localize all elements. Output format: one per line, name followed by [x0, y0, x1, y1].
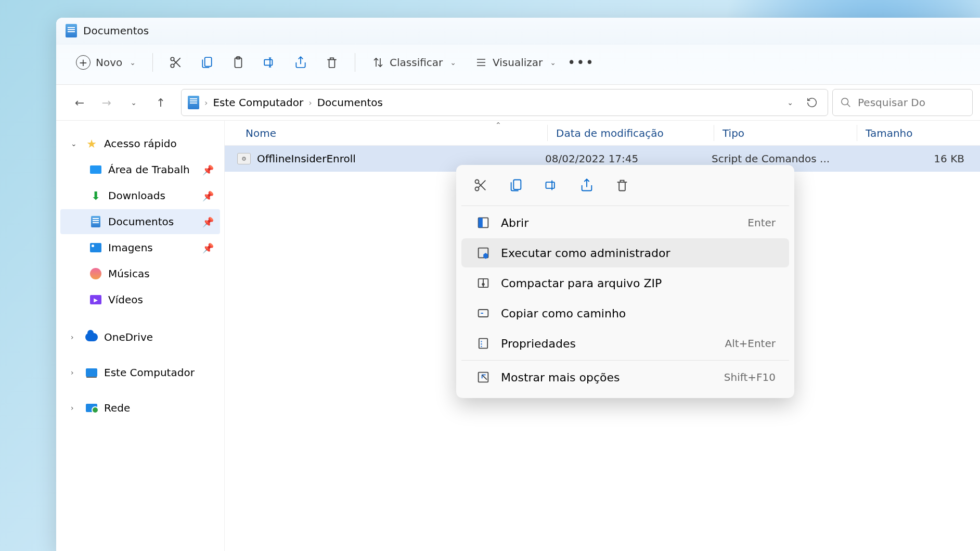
ctx-label: Abrir [501, 216, 528, 229]
documents-folder-icon [66, 24, 77, 37]
sidebar-onedrive[interactable]: › OneDrive [60, 325, 220, 350]
breadcrumb-separator-icon: › [204, 98, 208, 108]
svg-point-17 [475, 180, 479, 184]
sort-label: Classificar [390, 56, 443, 69]
ctx-copy-button[interactable] [506, 175, 526, 195]
toolbar-separator [355, 53, 355, 72]
documents-icon [89, 215, 102, 228]
scissors-icon [169, 56, 183, 69]
svg-rect-26 [479, 218, 483, 228]
breadcrumb-root[interactable]: Este Computador [213, 96, 303, 109]
sort-icon [372, 56, 384, 69]
search-box[interactable]: Pesquisar Do [832, 89, 973, 116]
explorer-body: ⌄ ★ Acesso rápido Área de Trabalh 📌 ⬇ Do… [56, 121, 980, 551]
forward-button[interactable]: → [96, 92, 118, 113]
breadcrumb-separator-icon: › [308, 98, 312, 108]
sort-button[interactable]: Classificar ⌄ [365, 50, 463, 75]
sidebar-videos[interactable]: Vídeos [60, 287, 220, 312]
refresh-button[interactable] [803, 93, 821, 112]
ctx-shortcut: Alt+Enter [725, 337, 776, 350]
star-icon: ★ [85, 137, 98, 150]
back-button[interactable]: ← [69, 92, 91, 113]
monitor-icon [85, 366, 98, 379]
more-options-icon [476, 370, 491, 385]
sidebar-desktop[interactable]: Área de Trabalh 📌 [60, 157, 220, 182]
ctx-run-as-admin[interactable]: Executar como administrador [461, 238, 789, 267]
view-button[interactable]: Visualizar ⌄ [468, 50, 563, 75]
ctx-compress-zip[interactable]: Compactar para arquivo ZIP [461, 268, 789, 298]
column-modified[interactable]: Data de modificação [547, 125, 714, 141]
svg-rect-32 [479, 339, 487, 349]
sidebar-documents[interactable]: Documentos 📌 [60, 209, 220, 234]
sidebar-label: Músicas [108, 267, 150, 280]
svg-point-1 [171, 64, 174, 68]
music-icon [89, 267, 102, 280]
ctx-delete-button[interactable] [612, 175, 632, 195]
copy-button[interactable] [194, 50, 221, 75]
column-size[interactable]: Tamanho [857, 125, 970, 141]
ctx-label: Propriedades [501, 337, 576, 350]
cut-button[interactable] [162, 50, 189, 75]
svg-point-0 [171, 57, 174, 61]
svg-line-16 [847, 104, 850, 107]
ctx-open[interactable]: Abrir Enter [461, 208, 789, 237]
share-icon [579, 178, 594, 193]
rename-button[interactable] [256, 50, 283, 75]
desktop-icon [89, 163, 102, 176]
titlebar: Documentos [56, 18, 980, 45]
sidebar-this-pc[interactable]: › Este Computador [60, 360, 220, 385]
sidebar-label: Este Computador [104, 366, 195, 379]
ctx-label: Compactar para arquivo ZIP [501, 277, 662, 290]
file-name: OfflineInsiderEnroll [257, 152, 356, 165]
ctx-shortcut: Enter [747, 216, 776, 229]
sidebar-label: Downloads [108, 189, 165, 202]
sidebar-label: OneDrive [104, 331, 153, 343]
context-menu-action-bar [456, 168, 794, 203]
svg-point-34 [481, 343, 482, 344]
search-placeholder: Pesquisar Do [858, 96, 925, 109]
ctx-copy-path[interactable]: Copiar como caminho [461, 299, 789, 328]
column-name[interactable]: Nome [246, 127, 547, 139]
refresh-icon [806, 97, 818, 108]
sidebar-quick-access[interactable]: ⌄ ★ Acesso rápido [60, 131, 220, 156]
sidebar: ⌄ ★ Acesso rápido Área de Trabalh 📌 ⬇ Do… [56, 121, 225, 551]
paste-button[interactable] [225, 50, 252, 75]
more-button[interactable]: ••• [568, 50, 595, 75]
sidebar-label: Documentos [108, 215, 174, 228]
address-bar[interactable]: › Este Computador › Documentos ⌄ [181, 89, 828, 116]
up-button[interactable]: ↑ [150, 92, 172, 113]
list-icon [475, 56, 487, 69]
network-icon [85, 402, 98, 414]
ctx-share-button[interactable] [577, 175, 597, 195]
share-button[interactable] [287, 50, 314, 75]
sidebar-network[interactable]: › Rede [60, 395, 220, 420]
ctx-show-more[interactable]: Mostrar mais opções Shift+F10 [461, 363, 789, 392]
rename-icon [263, 56, 276, 69]
recent-dropdown[interactable]: ⌄ [123, 92, 145, 113]
column-type[interactable]: Tipo [714, 125, 857, 141]
ctx-rename-button[interactable] [541, 175, 561, 195]
ctx-properties[interactable]: Propriedades Alt+Enter [461, 329, 789, 358]
svg-point-33 [481, 341, 482, 342]
sidebar-pictures[interactable]: Imagens 📌 [60, 235, 220, 260]
new-button[interactable]: + Novo ⌄ [69, 50, 143, 75]
zip-icon [476, 276, 491, 290]
sidebar-downloads[interactable]: ⬇ Downloads 📌 [60, 183, 220, 208]
ctx-cut-button[interactable] [471, 175, 491, 195]
pin-icon: 📌 [202, 216, 214, 227]
context-menu-separator [461, 360, 789, 361]
sidebar-label: Área de Trabalh [108, 163, 190, 176]
address-dropdown[interactable]: ⌄ [781, 93, 800, 112]
scissors-icon [473, 178, 488, 193]
delete-button[interactable] [318, 50, 345, 75]
open-icon [476, 215, 491, 230]
pin-icon: 📌 [202, 164, 214, 175]
sidebar-music[interactable]: Músicas [60, 261, 220, 286]
breadcrumb-current[interactable]: Documentos [317, 96, 383, 109]
toolbar: + Novo ⌄ Classificar ⌄ V [56, 45, 980, 85]
plus-circle-icon: + [76, 55, 91, 70]
cmd-script-icon [237, 153, 251, 164]
file-type: Script de Comandos ... [703, 152, 846, 165]
new-button-label: Novo [96, 56, 122, 69]
share-icon [294, 56, 307, 69]
